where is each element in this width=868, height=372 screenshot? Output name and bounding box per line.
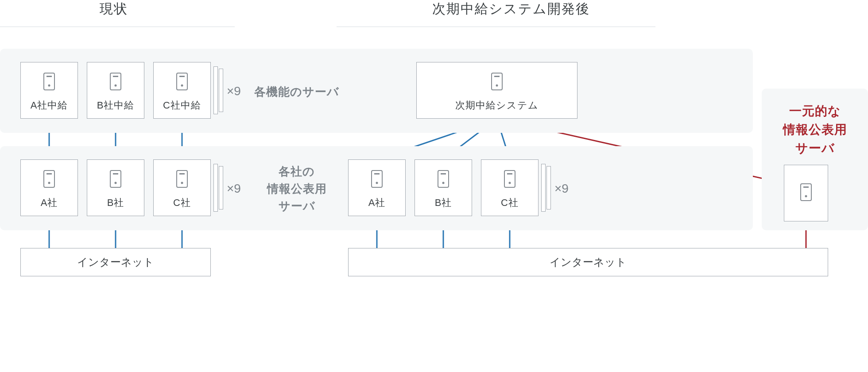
svg-rect-45: [803, 186, 809, 188]
multiplier: ×9: [227, 182, 241, 196]
internet-box-left: インターネット: [20, 248, 211, 276]
svg-point-40: [442, 182, 445, 184]
server-box-c-right: C社: [481, 159, 539, 216]
svg-rect-26: [110, 170, 121, 187]
unified-server-label: 一元的な 情報公表用 サーバ: [771, 102, 859, 158]
svg-point-34: [496, 85, 498, 87]
svg-rect-33: [494, 76, 500, 77]
svg-rect-38: [438, 170, 449, 187]
server-label: A社: [368, 196, 386, 209]
server-box-a: A社: [20, 159, 78, 216]
svg-rect-14: [44, 73, 54, 90]
svg-rect-20: [177, 73, 187, 90]
server-icon: [176, 170, 188, 190]
svg-rect-23: [44, 170, 54, 187]
svg-rect-15: [46, 76, 52, 77]
stack-hint: [219, 166, 223, 209]
svg-rect-24: [46, 173, 52, 174]
server-icon: [43, 170, 55, 190]
svg-point-46: [805, 195, 807, 198]
server-icon: [43, 72, 55, 93]
server-box-a-chukyu: A社中給: [20, 62, 78, 119]
server-label: C社: [173, 196, 191, 209]
svg-rect-44: [801, 184, 811, 201]
svg-rect-42: [507, 173, 512, 174]
heading-current: 現状: [100, 0, 128, 18]
stack-hint: [213, 66, 218, 114]
svg-point-19: [115, 85, 117, 87]
svg-rect-18: [113, 76, 118, 77]
internet-box-right: インターネット: [348, 248, 828, 276]
server-box-b: B社: [87, 159, 144, 216]
server-label: B社中給: [97, 99, 135, 112]
stack-hint: [546, 166, 551, 209]
heading-next-gen: 次期中給システム開発後: [432, 0, 590, 18]
svg-point-31: [181, 182, 183, 184]
svg-point-43: [509, 182, 511, 184]
server-box-b-chukyu: B社中給: [87, 62, 144, 119]
rule-left: [0, 27, 235, 27]
svg-rect-39: [441, 173, 446, 174]
svg-rect-17: [110, 73, 121, 90]
server-icon: [371, 170, 383, 190]
svg-point-28: [115, 182, 117, 184]
stack-hint: [541, 164, 546, 212]
server-label: 次期中給システム: [455, 99, 539, 112]
server-box-b-right: B社: [415, 159, 472, 216]
server-label: A社: [41, 196, 58, 209]
server-label: B社: [435, 196, 452, 209]
svg-rect-36: [374, 173, 380, 174]
server-label: C社: [501, 196, 519, 209]
server-icon: [800, 183, 812, 203]
svg-point-25: [48, 182, 50, 184]
server-icon: [437, 170, 450, 190]
server-icon: [504, 170, 516, 190]
svg-rect-35: [372, 170, 382, 187]
server-label: A社中給: [31, 99, 68, 112]
server-box-c: C社: [153, 159, 211, 216]
server-box-next-gen: 次期中給システム: [416, 62, 577, 119]
server-box-unified: [784, 165, 828, 221]
multiplier: ×9: [554, 182, 569, 196]
multiplier: ×9: [227, 84, 241, 98]
row-label-bottom: 各社の 情報公表用 サーバ: [252, 163, 341, 215]
server-label: B社: [107, 196, 124, 209]
svg-point-37: [376, 182, 378, 184]
svg-rect-29: [177, 170, 187, 187]
svg-point-22: [181, 85, 183, 87]
svg-rect-21: [179, 76, 185, 77]
rule-right: [337, 27, 655, 27]
server-icon: [109, 170, 122, 190]
svg-point-16: [48, 85, 50, 87]
svg-rect-41: [504, 170, 515, 187]
server-box-c-chukyu: C社中給: [153, 62, 211, 119]
server-icon: [109, 72, 122, 93]
server-box-a-right: A社: [348, 159, 406, 216]
stack-hint: [213, 164, 218, 212]
svg-rect-32: [492, 73, 502, 90]
server-icon: [491, 72, 503, 93]
server-label: C社中給: [163, 99, 201, 112]
svg-rect-30: [179, 173, 185, 174]
svg-rect-27: [113, 173, 118, 174]
stack-hint: [219, 69, 223, 112]
row-label-top: 各機能のサーバ: [252, 83, 341, 101]
server-icon: [176, 72, 188, 93]
